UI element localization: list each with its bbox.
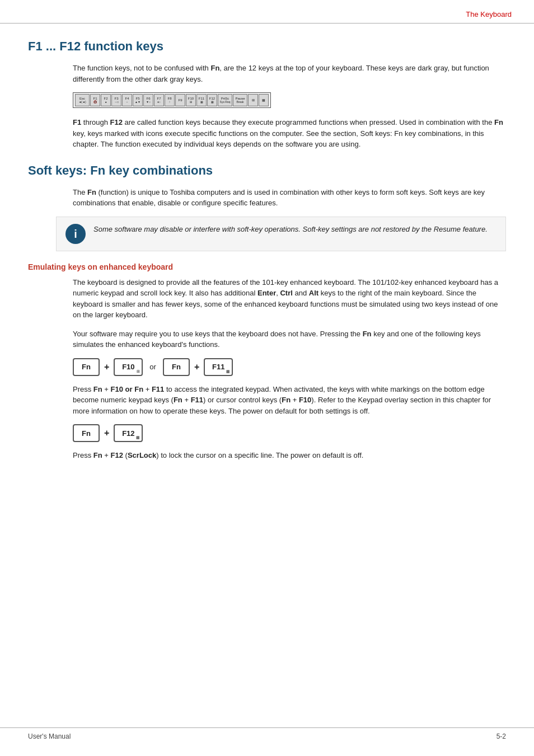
key-f8: F8↑ xyxy=(165,94,175,106)
key-f3: F3→□ xyxy=(111,94,121,106)
keyboard-strip: Esc◄(◄) F1🔇 F2● F3→□ F4~ F5▲▼ F6▼○ F7♦○ … xyxy=(73,92,271,108)
info-box: i Some software may disable or interfere… xyxy=(56,217,506,251)
plus-2: + xyxy=(194,362,199,372)
key-f7: F7♦○ xyxy=(154,94,164,106)
key-pause: PauseBreak xyxy=(233,94,247,106)
section2-para1: The Fn (function) is unique to Toshiba c… xyxy=(73,187,506,209)
subsection-para2: Your software may require you to use key… xyxy=(73,328,506,350)
key-f4: F4~ xyxy=(122,94,132,106)
key-combo-1: Fn + F10 ⊞ or Fn + F11 ▦ xyxy=(73,358,506,376)
key-f11: F11▦ xyxy=(196,94,207,106)
key-win: ⊞ xyxy=(248,94,258,106)
section1-para1: The function keys, not to be confused wi… xyxy=(73,63,506,84)
content-area: F1 ... F12 function keys The function ke… xyxy=(0,24,534,497)
key-combo-2: Fn + F12 ▦ xyxy=(73,424,506,442)
fn-key-2: Fn xyxy=(163,358,190,376)
subsection-heading: Emulating keys on enhanced keyboard xyxy=(28,262,506,271)
f11-sub-icon: ▦ xyxy=(226,369,230,374)
header-title: The Keyboard xyxy=(466,10,512,18)
plus-1: + xyxy=(104,362,109,372)
key-f6: F6▼○ xyxy=(143,94,153,106)
page-header: The Keyboard xyxy=(0,0,534,24)
f10-sub-icon: ⊞ xyxy=(137,369,140,374)
plus-3: + xyxy=(104,428,109,438)
subsection-para1: The keyboard is designed to provide all … xyxy=(73,277,506,321)
f11-key: F11 ▦ xyxy=(204,358,233,376)
subsection-para3: Press Fn + F10 or Fn + F11 to access the… xyxy=(73,384,506,417)
key-f10: F10⊞ xyxy=(186,94,196,106)
section-f1-f12: F1 ... F12 function keys The function ke… xyxy=(28,39,506,150)
footer-left: User's Manual xyxy=(28,732,71,740)
footer-right: 5-2 xyxy=(496,732,506,740)
subsection-emulating: Emulating keys on enhanced keyboard The … xyxy=(28,262,506,461)
info-icon: i xyxy=(65,224,86,244)
page-footer: User's Manual 5-2 xyxy=(0,727,534,745)
key-esc: Esc◄(◄) xyxy=(75,94,90,106)
section1-heading: F1 ... F12 function keys xyxy=(28,39,506,54)
or-text: or xyxy=(149,363,156,371)
key-f1: F1🔇 xyxy=(90,94,100,106)
key-f12: F12▦ xyxy=(207,94,217,106)
f12-key: F12 ▦ xyxy=(114,424,143,442)
key-f5: F5▲▼ xyxy=(133,94,143,106)
f10-key: F10 ⊞ xyxy=(114,358,143,376)
section1-para2: F1 through F12 are called function keys … xyxy=(73,117,506,150)
fn-key-1: Fn xyxy=(73,358,100,376)
keyboard-strip-image: Esc◄(◄) F1🔇 F2● F3→□ F4~ F5▲▼ F6▼○ F7♦○ … xyxy=(73,92,506,108)
info-text: Some software may disable or interfere w… xyxy=(93,224,488,235)
section-soft-keys: Soft keys: Fn key combinations The Fn (f… xyxy=(28,163,506,461)
page-container: The Keyboard F1 ... F12 function keys Th… xyxy=(0,0,534,756)
section2-heading: Soft keys: Fn key combinations xyxy=(28,163,506,178)
subsection-para4: Press Fn + F12 (ScrLock) to lock the cur… xyxy=(73,450,506,461)
key-app: ▦ xyxy=(259,94,269,106)
key-f2: F2● xyxy=(101,94,111,106)
fn-key-3: Fn xyxy=(73,424,100,442)
key-prtsc: PrtScSys Req xyxy=(218,94,232,106)
key-f9: F9 xyxy=(175,94,185,106)
f12-sub-icon: ▦ xyxy=(136,435,140,440)
